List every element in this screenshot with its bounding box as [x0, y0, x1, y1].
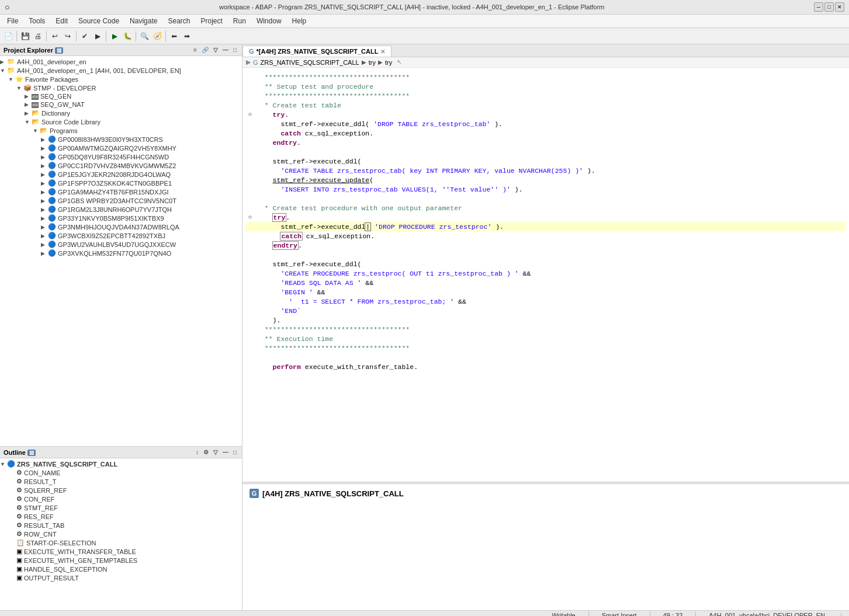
project-tree-item[interactable]: ▶ 🔵 GP05DQ8YU9F8R3245FI4HCGN5WD — [0, 152, 242, 161]
bc-item-2[interactable]: try — [369, 59, 376, 66]
menu-item-tools[interactable]: Tools — [24, 16, 50, 26]
new-button[interactable]: 📄 — [2, 30, 14, 42]
tree-icon: ## — [32, 93, 39, 100]
outline-minimize[interactable]: — — [221, 448, 230, 456]
run-button[interactable]: ▶ — [109, 30, 120, 42]
menu-item-navigate[interactable]: Navigate — [125, 16, 162, 26]
menu-item-help[interactable]: Help — [287, 16, 311, 26]
debug-button[interactable]: 🐛 — [122, 30, 133, 42]
project-tree-item[interactable]: ▶ ## SEQ_GW_NAT — [0, 100, 242, 109]
project-tree-item[interactable]: ▶ 🔵 GP1GBS WPRBY2D3AHTCC9NV5NC0T — [0, 196, 242, 205]
outline-tree-item[interactable]: ▣ EXECUTE_WITH_TRANSFER_TABLE — [0, 547, 242, 556]
code-text: endtry. — [257, 242, 302, 249]
collapse-all-button[interactable]: ≡ — [192, 46, 199, 54]
outline-tree-item[interactable]: ▣ HANDLE_SQL_EXCEPTION — [0, 565, 242, 573]
tree-arrow: ▶ — [41, 172, 48, 178]
menu-item-window[interactable]: Window — [252, 16, 286, 26]
project-tree-item[interactable]: ▶ 🔵 GP33Y1NKVY0BSM8P9I51XIKTBX9 — [0, 214, 242, 222]
outline-tree-item[interactable]: ⚙ RES_REF — [0, 512, 242, 521]
tree-label: GP3WU2VAUHLBV54UD7UGQJXXECW — [58, 241, 176, 248]
project-tree-item[interactable]: ▶ 🔵 GP3WU2VAUHLBV54UD7UGQJXXECW — [0, 240, 242, 249]
bc-item-1[interactable]: ZRS_NATIVE_SQLSCRIPT_CALL — [261, 59, 359, 66]
tree-label: GP3XVKQLHM532FN77QU01P7QN4O — [58, 250, 171, 257]
tree-arrow: ▼ — [0, 68, 7, 74]
tree-label: GP3WCBXI9Z52EPCBTT42892TXBJ — [58, 232, 165, 239]
project-tree-item[interactable]: ▶ 🔵 GP1RGM2L3J8UNRH6OPU7YV7JTQH — [0, 205, 242, 214]
activate-button[interactable]: ▶ — [92, 30, 103, 42]
project-tree-item[interactable]: ▶ 🔵 GP0008I83HW93E0I0Y9H3XT0CRS — [0, 135, 242, 144]
project-tree-item[interactable]: ▶ 🔵 GP00AMWTMGZQAIGRQ2VH5Y8XMHY — [0, 144, 242, 152]
code-line: 'INSERT INTO zrs_testproc_tab VALUES(1, … — [246, 185, 845, 194]
outline-tree-item[interactable]: ▼ 🔵 ZRS_NATIVE_SQLSCRIPT_CALL — [0, 460, 242, 468]
search-button[interactable]: 🔍 — [138, 30, 150, 42]
tab-close-button[interactable]: ✕ — [380, 48, 385, 55]
code-text: * Create test table — [257, 102, 341, 109]
outline-tree-item[interactable]: ⚙ ROW_CNT — [0, 530, 242, 538]
code-line: * Create test table — [246, 100, 845, 110]
project-tree-item[interactable]: ▶ 📂 Dictionary — [0, 109, 242, 117]
redo-button[interactable]: ↪ — [62, 30, 74, 42]
outline-settings-button[interactable]: ⚙ — [202, 448, 210, 456]
maximize-panel-button[interactable]: □ — [231, 46, 238, 54]
undo-button[interactable]: ↩ — [49, 30, 61, 42]
tree-label: Favorite Packages — [25, 76, 78, 83]
title-bar: ○ workspace - ABAP - Program ZRS_NATIVE_… — [0, 0, 849, 15]
tree-icon: ⚙ — [16, 469, 22, 476]
project-tree-item[interactable]: ▶ 🔵 GP0CC1RD7VHVZ84MBVKVGMWM5Z2 — [0, 161, 242, 170]
navigate-button[interactable]: 🧭 — [151, 30, 163, 42]
menu-item-edit[interactable]: Edit — [51, 16, 72, 26]
code-line: perform execute_with_transfer_table. — [246, 362, 845, 371]
outline-tree-item[interactable]: ▣ EXECUTE_WITH_GEN_TEMPTABLES — [0, 556, 242, 565]
project-tree-item[interactable]: ▼ 📂 Source Code Library — [0, 117, 242, 126]
bc-item-3[interactable]: try — [385, 59, 392, 66]
tree-label: CON_NAME — [24, 469, 60, 476]
app-icon: ○ — [5, 2, 9, 12]
link-editor-button[interactable]: 🔗 — [200, 46, 210, 54]
outline-tree-item[interactable]: ⚙ RESULT_TAB — [0, 521, 242, 530]
project-tree-item[interactable]: ▶ 🔵 GP1FSPP7O3ZSKKOK4CTN0GBBPE1 — [0, 179, 242, 187]
project-tree-item[interactable]: ▼ ⭐ Favorite Packages — [0, 75, 242, 83]
project-tree-item[interactable]: ▶ 🔵 GP3XVKQLHM532FN77QU01P7QN4O — [0, 249, 242, 257]
menu-item-source-code[interactable]: Source Code — [74, 16, 124, 26]
project-tree-item[interactable]: ▼ 📦 STMP - DEVELOPER — [0, 83, 242, 92]
menu-item-file[interactable]: File — [2, 16, 23, 26]
sort-button[interactable]: ↕ — [194, 448, 200, 456]
outline-tree-item[interactable]: ⚙ RESULT_T — [0, 477, 242, 486]
project-tree-item[interactable]: ▶ 🔵 GP1GA9MAHZY4TB76FBR15NDXJGI — [0, 187, 242, 196]
project-tree-item[interactable]: ▶ 📁 A4H_001_developer_en — [0, 57, 242, 66]
outline-tree-item[interactable]: 📋 START-OF-SELECTION — [0, 538, 242, 547]
outline-tree-item[interactable]: ⚙ SQLERR_REF — [0, 486, 242, 495]
outline-maximize[interactable]: □ — [231, 448, 238, 456]
tree-label: CON_REF — [24, 496, 55, 503]
check-button[interactable]: ✔ — [79, 30, 91, 42]
tree-icon: 📦 — [23, 84, 32, 92]
outline-tree-item[interactable]: ⚙ CON_REF — [0, 495, 242, 503]
editor-tab-main[interactable]: G *[A4H] ZRS_NATIVE_SQLSCRIPT_CALL ✕ — [242, 46, 391, 57]
maximize-button[interactable]: □ — [824, 2, 834, 12]
back-button[interactable]: ⬅ — [168, 30, 180, 42]
project-tree-item[interactable]: ▼ 📁 A4H_001_developer_en_1 [A4H, 001, DE… — [0, 66, 242, 75]
close-button[interactable]: ✕ — [835, 2, 844, 12]
project-tree-item[interactable]: ▶ ## SEQ_GEN — [0, 92, 242, 100]
outline-tree-item[interactable]: ▣ OUTPUT_RESULT — [0, 573, 242, 582]
project-tree-item[interactable]: ▶ 🔵 GP3WCBXI9Z52EPCBTT42892TXBJ — [0, 231, 242, 240]
minimize-button[interactable]: ─ — [814, 2, 823, 12]
code-editor[interactable]: ************************************ ** … — [242, 68, 849, 482]
outline-tree-item[interactable]: ⚙ STMT_REF — [0, 503, 242, 512]
save-button[interactable]: 💾 — [19, 30, 31, 42]
project-explorer-header: Project Explorer ⊠ ≡ 🔗 ▽ — □ — [0, 44, 242, 56]
project-tree-item[interactable]: ▼ 📂 Programs — [0, 126, 242, 135]
project-tree-item[interactable]: ▶ 🔵 GP1E5JGYJEKR2N208RJDG4OLWAQ — [0, 170, 242, 179]
forward-button[interactable]: ➡ — [181, 30, 193, 42]
menu-item-run[interactable]: Run — [228, 16, 251, 26]
view-menu-button[interactable]: ▽ — [212, 46, 220, 54]
minimize-panel-button[interactable]: — — [221, 46, 230, 54]
print-button[interactable]: 🖨 — [32, 30, 44, 42]
outline-tree-item[interactable]: ⚙ CON_NAME — [0, 468, 242, 477]
project-tree-item[interactable]: ▶ 🔵 GP3NMH9HJOUQJVDA4N37ADW8RLQA — [0, 222, 242, 231]
menu-item-search[interactable]: Search — [163, 16, 195, 26]
outline-view-menu[interactable]: ▽ — [212, 448, 220, 456]
tree-icon: ⚙ — [16, 513, 22, 520]
menu-item-project[interactable]: Project — [196, 16, 227, 26]
code-line: endtry. — [246, 138, 845, 147]
